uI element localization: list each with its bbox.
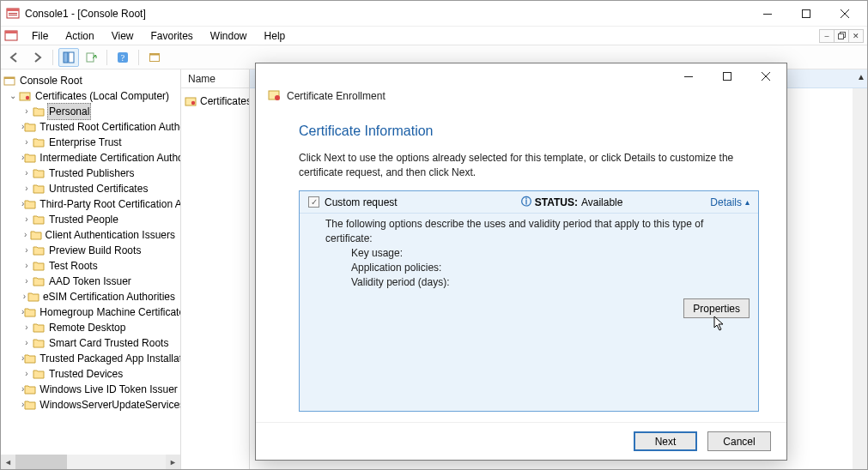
tree-item[interactable]: ›Trusted Root Certification Authorities [1, 119, 180, 135]
tree-item[interactable]: ›Intermediate Certification Authorities [1, 150, 180, 166]
tree-item-label: Trusted Packaged App Installation Author… [38, 351, 180, 366]
expand-toggle[interactable]: › [21, 335, 32, 351]
tree-root[interactable]: Console Root [18, 73, 84, 88]
certificate-wizard-icon [268, 89, 282, 103]
svg-rect-25 [684, 76, 693, 77]
tree-item[interactable]: ›Enterprise Trust [1, 135, 180, 150]
folder-icon [24, 383, 36, 396]
tree-item-label: Third-Party Root Certification Authoriti… [38, 196, 180, 212]
expand-toggle[interactable]: › [21, 166, 32, 181]
tree-item[interactable]: ›Test Roots [1, 258, 180, 274]
expand-toggle[interactable]: › [21, 104, 32, 119]
scroll-up-arrow-icon[interactable]: ▲ [857, 72, 865, 81]
expand-toggle[interactable]: › [21, 320, 32, 335]
tree-item-label: Intermediate Certification Authorities [38, 150, 180, 166]
maximize-button[interactable] [786, 1, 825, 26]
console-tree[interactable]: Console Root ⌄ Certificates (Local Compu… [1, 69, 180, 454]
folder-icon [32, 105, 46, 118]
tree-item[interactable]: ›Remote Desktop [1, 320, 180, 335]
expand-toggle[interactable]: › [21, 243, 32, 258]
cancel-button[interactable]: Cancel [707, 431, 771, 451]
tree-horizontal-scrollbar[interactable]: ◄ ► [1, 455, 180, 469]
expand-toggle[interactable]: › [21, 366, 32, 382]
svg-rect-11 [838, 34, 843, 39]
expand-toggle[interactable]: › [21, 258, 32, 274]
menu-window[interactable]: Window [203, 28, 254, 44]
scroll-thumb[interactable] [15, 455, 67, 469]
new-window-button[interactable] [144, 48, 165, 67]
next-button[interactable]: Next [634, 431, 697, 451]
dialog-maximize-button[interactable] [707, 64, 746, 89]
mdi-close-button[interactable]: ✕ [848, 29, 864, 43]
dialog-footer: Next Cancel [256, 422, 786, 460]
close-button[interactable] [825, 1, 864, 26]
folder-icon [32, 336, 46, 350]
expand-toggle[interactable]: › [21, 181, 32, 196]
details-key-usage: Key usage: [325, 246, 750, 261]
tree-item-label: AAD Token Issuer [47, 274, 133, 289]
tree-item[interactable]: ›eSIM Certification Authorities [1, 289, 180, 304]
tree-item-label: Windows Live ID Token Issuer [38, 382, 179, 397]
export-list-button[interactable] [81, 48, 101, 67]
dialog-titlebar[interactable] [256, 63, 786, 89]
expand-toggle[interactable]: › [21, 135, 32, 150]
certificates-snapin-icon [18, 89, 32, 103]
menu-view[interactable]: View [105, 28, 141, 44]
svg-rect-18 [150, 53, 160, 55]
scroll-left-arrow[interactable]: ◄ [1, 455, 15, 469]
tree-pane: Console Root ⌄ Certificates (Local Compu… [1, 69, 181, 469]
scroll-right-arrow[interactable]: ► [166, 455, 180, 469]
tree-item[interactable]: ›Trusted Devices [1, 366, 180, 382]
expand-toggle[interactable]: › [21, 274, 32, 289]
svg-rect-20 [4, 77, 15, 79]
expand-toggle[interactable]: ⌄ [8, 88, 18, 104]
mdi-restore-button[interactable] [834, 29, 849, 43]
menu-favorites[interactable]: Favorites [144, 28, 200, 44]
tree-item[interactable]: ›Trusted Packaged App Installation Autho… [1, 351, 180, 366]
menu-help[interactable]: Help [258, 28, 293, 44]
minimize-button[interactable] [748, 1, 786, 26]
forward-button[interactable] [27, 48, 47, 67]
mdi-minimize-button[interactable]: – [819, 29, 835, 43]
back-button[interactable] [4, 48, 25, 67]
tree-item[interactable]: ›Client Authentication Issuers [1, 227, 180, 243]
menu-file[interactable]: File [25, 28, 55, 44]
expand-toggle[interactable]: › [21, 289, 27, 304]
folder-icon [30, 228, 42, 242]
tree-item[interactable]: ›Windows Live ID Token Issuer [1, 382, 180, 397]
folder-icon [32, 321, 46, 334]
certificate-enrollment-dialog: Certificate Enrollment Certificate Infor… [255, 63, 787, 461]
dialog-close-button[interactable] [746, 64, 785, 89]
tree-item[interactable]: ›WindowsServerUpdateServices [1, 397, 180, 413]
tree-item[interactable]: ›Personal [1, 104, 180, 119]
tree-item-label: Enterprise Trust [47, 135, 124, 150]
scroll-right-arrow-icon[interactable]: ▶ [859, 90, 865, 99]
help-button[interactable]: ? [112, 48, 133, 67]
list-item[interactable]: Certificates [185, 93, 246, 109]
folder-icon [32, 244, 46, 257]
template-row-custom-request[interactable]: ✓ Custom request ⓘ STATUS: Available Det… [300, 191, 758, 214]
menu-action[interactable]: Action [58, 28, 100, 44]
mmc-app-icon [6, 7, 20, 21]
tree-item-label: Trusted People [47, 212, 120, 227]
tree-item-label: Preview Build Roots [47, 243, 143, 258]
expand-toggle[interactable]: › [21, 227, 30, 243]
list-column-header[interactable]: Name [181, 69, 249, 88]
folder-icon [32, 182, 46, 196]
show-tree-button[interactable] [58, 48, 79, 67]
tree-item[interactable]: ›AAD Token Issuer [1, 274, 180, 289]
tree-item[interactable]: ›Trusted Publishers [1, 166, 180, 181]
properties-button[interactable]: Properties [683, 298, 750, 318]
tree-item[interactable]: ›Untrusted Certificates [1, 181, 180, 196]
tree-item[interactable]: ›Preview Build Roots [1, 243, 180, 258]
tree-item[interactable]: ›Homegroup Machine Certificates [1, 304, 180, 320]
tree-item[interactable]: ›Smart Card Trusted Roots [1, 335, 180, 351]
template-checkbox[interactable]: ✓ [308, 196, 319, 208]
tree-item[interactable]: ›Trusted People [1, 212, 180, 227]
tree-item-label: Client Authentication Issuers [44, 227, 177, 243]
tree-certs-node[interactable]: Certificates (Local Computer) [33, 88, 171, 104]
dialog-minimize-button[interactable] [669, 64, 707, 89]
details-toggle[interactable]: Details ▴ [710, 196, 750, 208]
expand-toggle[interactable]: › [21, 212, 32, 227]
tree-item[interactable]: ›Third-Party Root Certification Authorit… [1, 196, 180, 212]
